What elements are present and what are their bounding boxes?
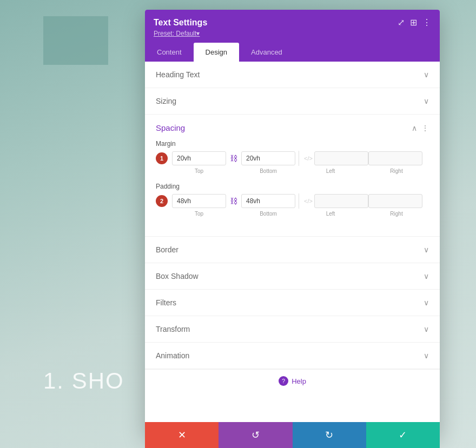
margin-label: Margin	[156, 140, 429, 148]
margin-top-label: Top	[172, 168, 226, 174]
action-bar: ✕ ↺ ↻ ✓	[145, 422, 440, 448]
spacing-title[interactable]: Spacing	[156, 123, 185, 132]
modal-footer: ? Help	[145, 369, 440, 392]
undo-button[interactable]: ↺	[219, 422, 292, 448]
padding-input-pair: ⛓ </>	[172, 193, 429, 209]
padding-bottom-input[interactable]	[241, 194, 295, 208]
padding-left-label: Left	[303, 211, 358, 217]
padding-bottom-label: Bottom	[241, 211, 295, 217]
modal-preset: Preset: Default▾	[154, 30, 431, 37]
padding-left-input[interactable]	[314, 194, 368, 208]
modal-title-icons: ⤢ ⊞ ⋮	[398, 17, 431, 28]
margin-right-label: Right	[369, 168, 424, 174]
margin-right-input[interactable]	[368, 151, 422, 165]
padding-group: Padding 2 ⛓ </> Top Bottom	[156, 183, 429, 217]
padding-labels-row: Top Bottom Left Right	[156, 211, 429, 217]
margin-top-input[interactable]	[172, 151, 226, 165]
more-icon[interactable]: ⋮	[422, 17, 431, 28]
margin-field-row: 1 ⛓ </>	[156, 151, 429, 166]
spacing-header: Spacing ∧ ⋮	[156, 123, 429, 132]
help-link[interactable]: ? Help	[279, 376, 306, 386]
columns-icon[interactable]: ⊞	[410, 17, 417, 28]
box-shadow-label: Box Shadow	[156, 272, 199, 280]
filters-chevron: ∨	[424, 298, 429, 307]
padding-right-label: Right	[369, 211, 424, 217]
spacing-more-icon[interactable]: ⋮	[421, 124, 429, 132]
help-icon: ?	[279, 376, 288, 386]
spacing-collapse-icon[interactable]: ∧	[412, 124, 417, 132]
margin-divider	[299, 151, 299, 166]
spacing-header-icons: ∧ ⋮	[412, 124, 429, 132]
margin-labels-row: Top Bottom Left Right	[156, 168, 429, 174]
margin-group: Margin 1 ⛓ </> Top Bottom	[156, 140, 429, 174]
modal-header: Text Settings ⤢ ⊞ ⋮ Preset: Default▾	[145, 10, 440, 43]
heading-text-chevron: ∨	[424, 70, 429, 79]
section-sizing[interactable]: Sizing ∨	[145, 88, 440, 115]
bg-accent-block	[43, 16, 108, 65]
bg-text: 1. SHO	[43, 368, 124, 394]
section-animation[interactable]: Animation ∨	[145, 343, 440, 369]
section-heading-text[interactable]: Heading Text ∨	[145, 62, 440, 88]
transform-label: Transform	[156, 325, 190, 333]
tab-content[interactable]: Content	[145, 43, 194, 62]
heading-text-label: Heading Text	[156, 70, 200, 79]
padding-label: Padding	[156, 183, 429, 190]
confirm-button[interactable]: ✓	[366, 422, 440, 448]
margin-bottom-input[interactable]	[241, 151, 295, 165]
section-filters[interactable]: Filters ∨	[145, 290, 440, 316]
border-chevron: ∨	[424, 245, 429, 254]
padding-top-label: Top	[172, 211, 226, 217]
margin-bottom-label: Bottom	[241, 168, 295, 174]
section-transform[interactable]: Transform ∨	[145, 316, 440, 343]
padding-divider	[299, 193, 299, 209]
section-border[interactable]: Border ∨	[145, 237, 440, 263]
padding-right-input[interactable]	[368, 194, 422, 208]
tab-design[interactable]: Design	[194, 43, 239, 62]
spacing-section: Spacing ∧ ⋮ Margin 1 ⛓ </>	[145, 115, 440, 237]
border-label: Border	[156, 245, 178, 254]
padding-badge: 2	[156, 195, 168, 207]
sizing-label: Sizing	[156, 97, 176, 105]
modal-title: Text Settings	[154, 18, 207, 28]
margin-input-pair: ⛓ </>	[172, 151, 429, 166]
animation-chevron: ∨	[424, 351, 429, 360]
padding-left-code-icon[interactable]: </>	[302, 198, 314, 204]
sizing-chevron: ∨	[424, 97, 429, 105]
padding-link-icon[interactable]: ⛓	[226, 193, 241, 209]
margin-badge: 1	[156, 152, 168, 164]
margin-link-icon[interactable]: ⛓	[226, 151, 241, 166]
help-label: Help	[292, 377, 306, 385]
section-box-shadow[interactable]: Box Shadow ∨	[145, 263, 440, 290]
tab-advanced[interactable]: Advanced	[239, 43, 294, 62]
animation-label: Animation	[156, 351, 189, 360]
padding-top-input[interactable]	[172, 194, 226, 208]
modal-tabs: Content Design Advanced	[145, 43, 440, 62]
cancel-button[interactable]: ✕	[145, 422, 219, 448]
margin-left-label: Left	[303, 168, 358, 174]
box-shadow-chevron: ∨	[424, 272, 429, 280]
margin-left-code-icon[interactable]: </>	[302, 155, 314, 162]
redo-button[interactable]: ↻	[293, 422, 366, 448]
modal-body: Heading Text ∨ Sizing ∨ Spacing ∧ ⋮ Marg…	[145, 62, 440, 437]
filters-label: Filters	[156, 298, 176, 307]
modal-title-row: Text Settings ⤢ ⊞ ⋮	[154, 17, 431, 28]
text-settings-modal: Text Settings ⤢ ⊞ ⋮ Preset: Default▾ Con…	[145, 10, 440, 437]
padding-field-row: 2 ⛓ </>	[156, 193, 429, 209]
margin-left-input[interactable]	[314, 151, 368, 165]
transform-chevron: ∨	[424, 325, 429, 333]
fullscreen-icon[interactable]: ⤢	[398, 17, 405, 28]
